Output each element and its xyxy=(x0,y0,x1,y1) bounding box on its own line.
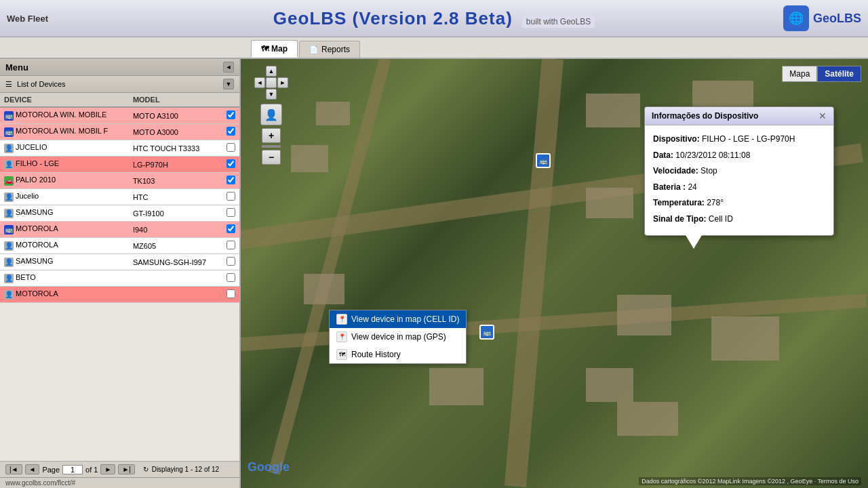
device-checkbox[interactable] xyxy=(226,110,235,119)
table-row[interactable]: 👤SAMSUNG GT-I9100 xyxy=(0,205,239,222)
info-bateria-row: Bateria : 24 xyxy=(653,180,825,195)
page-of-label: of 1 xyxy=(85,466,98,474)
tab-reports-label: Reports xyxy=(321,45,350,54)
device-checkbox-cell[interactable] xyxy=(222,287,239,303)
device-checkbox-cell[interactable] xyxy=(222,107,239,124)
info-temperatura-value: 278° xyxy=(707,198,724,207)
nav-up-btn[interactable]: ▲ xyxy=(266,66,277,77)
page-last-btn[interactable]: ►| xyxy=(118,464,135,474)
table-row[interactable]: 🚌MOTOROLA WIN. MOBIL F MOTO A3000 xyxy=(0,124,239,140)
device-checkbox-cell[interactable] xyxy=(222,157,239,173)
ctx-view-gps-label: View device in map (GPS) xyxy=(351,332,446,342)
map-area[interactable]: ▲ ◄ ► ▼ 👤 + − 🚌 🚌 Mapa Satélite Informaç… xyxy=(241,59,868,488)
table-row[interactable]: 👤MOTOROLA MZ605 xyxy=(0,238,239,254)
info-data-value: 10/23/2012 08:11:08 xyxy=(675,150,750,160)
table-row[interactable]: 👤Jucelio HTC xyxy=(0,189,239,205)
context-menu: 📍 View device in map (CELL ID) 📍 View de… xyxy=(329,310,467,364)
info-velocidade-value: Stop xyxy=(701,166,717,176)
info-popup-close-btn[interactable]: ✕ xyxy=(818,110,827,121)
page-first-btn[interactable]: |◄ xyxy=(5,464,22,474)
building-1 xyxy=(586,94,640,127)
device-checkbox[interactable] xyxy=(226,241,235,249)
info-temperatura-label: Temperatura: xyxy=(653,198,705,207)
bus-marker-2[interactable]: 🚌 xyxy=(479,325,494,340)
device-checkbox-cell[interactable] xyxy=(222,270,239,287)
device-checkbox[interactable] xyxy=(226,208,235,217)
collapse-menu-icon[interactable]: ◄ xyxy=(223,62,234,73)
info-data-label: Data: xyxy=(653,150,673,160)
device-checkbox[interactable] xyxy=(226,159,235,168)
table-row[interactable]: 👤MOTOROLA xyxy=(0,287,239,303)
list-of-devices-label: List of Devices xyxy=(17,80,66,88)
info-data-row: Data: 10/23/2012 08:11:08 xyxy=(653,148,825,163)
table-row[interactable]: 👤FILHO - LGE LG-P970H xyxy=(0,157,239,173)
device-checkbox[interactable] xyxy=(226,224,235,233)
device-checkbox-cell[interactable] xyxy=(222,173,239,189)
device-model-cell: TK103 xyxy=(129,173,222,189)
bus-marker-1[interactable]: 🚌 xyxy=(536,153,551,168)
header: Web Fleet GeoLBS (Version 2.8 Beta) buil… xyxy=(0,0,868,37)
device-name-cell: 🚌MOTOROLA WIN. MOBIL F xyxy=(0,124,129,140)
device-checkbox-cell[interactable] xyxy=(222,189,239,205)
reports-tab-icon: 📄 xyxy=(309,45,319,54)
mapa-type-btn[interactable]: Mapa xyxy=(782,66,817,82)
device-model-cell: MZ605 xyxy=(129,238,222,254)
device-checkbox-cell[interactable] xyxy=(222,124,239,140)
info-bateria-label: Bateria : xyxy=(653,182,686,192)
nav-pad: ▲ ◄ ► ▼ xyxy=(254,66,288,100)
device-checkbox[interactable] xyxy=(226,273,235,282)
device-checkbox-cell[interactable] xyxy=(222,254,239,270)
device-type-icon: 👤 xyxy=(4,209,14,218)
satellite-type-btn[interactable]: Satélite xyxy=(817,66,861,82)
device-checkbox[interactable] xyxy=(226,192,235,201)
table-row[interactable]: 👤SAMSUNG SAMSUNG-SGH-I997 xyxy=(0,254,239,270)
map-tab-icon: 🗺 xyxy=(261,45,269,53)
nav-center xyxy=(266,77,277,88)
tab-map[interactable]: 🗺 Map xyxy=(251,40,298,58)
device-checkbox[interactable] xyxy=(226,143,235,152)
device-checkbox[interactable] xyxy=(226,257,235,266)
device-name-cell: 🚌MOTOROLA xyxy=(0,222,129,238)
table-row[interactable]: 🚌MOTOROLA I940 xyxy=(0,222,239,238)
page-number-input[interactable] xyxy=(62,465,83,474)
table-row[interactable]: 🚌MOTOROLA WIN. MOBILE MOTO A3100 xyxy=(0,107,239,124)
device-checkbox[interactable] xyxy=(226,289,235,298)
device-checkbox-cell[interactable] xyxy=(222,140,239,157)
device-checkbox-cell[interactable] xyxy=(222,238,239,254)
ctx-route-item[interactable]: 🗺 Route History xyxy=(330,346,466,363)
page-prev-btn[interactable]: ◄ xyxy=(25,464,40,474)
table-row[interactable]: 👤BETO xyxy=(0,270,239,287)
header-logo: 🌐 GeoLBS xyxy=(783,5,861,31)
menu-label: Menu xyxy=(5,62,28,73)
popup-arrow xyxy=(686,235,702,249)
tabs-bar: 🗺 Map 📄 Reports xyxy=(0,37,868,59)
info-temperatura-row: Temperatura: 278° xyxy=(653,196,825,211)
info-popup-body: Dispositivo: FILHO - LGE - LG-P970H Data… xyxy=(645,125,833,235)
device-type-icon: 👤 xyxy=(4,144,14,153)
bottom-statusbar: www.gcolbs.com/flcct/# xyxy=(0,477,239,488)
collapse-list-icon[interactable]: ▼ xyxy=(223,79,234,89)
center-person-btn[interactable]: 👤 xyxy=(260,104,282,125)
device-checkbox[interactable] xyxy=(226,176,235,184)
device-model-cell: SAMSUNG-SGH-I997 xyxy=(129,254,222,270)
nav-left-btn[interactable]: ◄ xyxy=(254,77,265,88)
device-type-icon: 🚌 xyxy=(4,225,14,235)
device-checkbox[interactable] xyxy=(226,127,235,136)
device-checkbox-cell[interactable] xyxy=(222,222,239,238)
zoom-out-btn[interactable]: − xyxy=(262,150,281,165)
table-row[interactable]: 👤JUCELIO HTC TOUCH T3333 xyxy=(0,140,239,157)
device-model-cell: MOTO A3000 xyxy=(129,124,222,140)
zoom-in-btn[interactable]: + xyxy=(262,128,281,143)
table-row[interactable]: 🚗PALIO 2010 TK103 xyxy=(0,173,239,189)
ctx-view-cell-item[interactable]: 📍 View device in map (CELL ID) xyxy=(330,310,466,328)
nav-right-btn[interactable]: ► xyxy=(277,77,288,88)
nav-down-btn[interactable]: ▼ xyxy=(266,89,277,100)
page-next-btn[interactable]: ► xyxy=(100,464,115,474)
device-name-cell: 🚌MOTOROLA WIN. MOBILE xyxy=(0,107,129,124)
tab-reports[interactable]: 📄 Reports xyxy=(299,41,360,58)
device-model-cell xyxy=(129,270,222,287)
device-checkbox-cell[interactable] xyxy=(222,205,239,222)
device-name-cell: 🚗PALIO 2010 xyxy=(0,173,129,189)
building-8 xyxy=(316,102,350,125)
ctx-view-gps-item[interactable]: 📍 View device in map (GPS) xyxy=(330,328,466,346)
